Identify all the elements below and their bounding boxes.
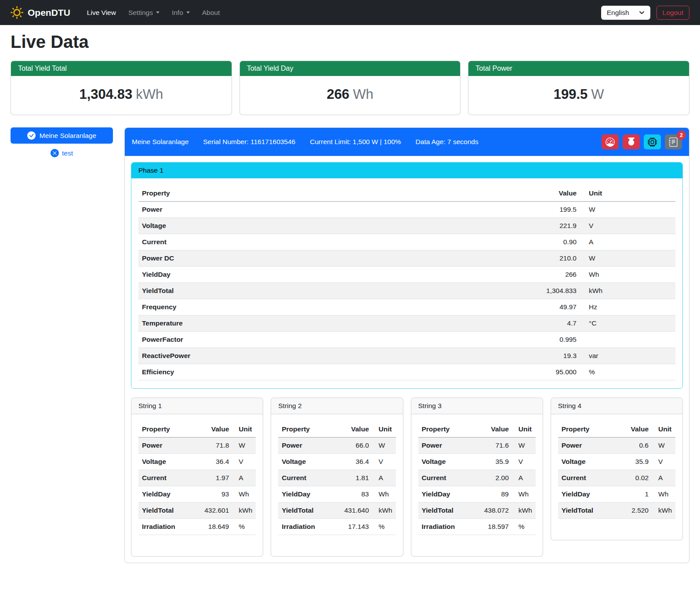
limit-settings-button[interactable] xyxy=(602,134,619,149)
device-info-button[interactable] xyxy=(644,134,661,149)
phase-card-title: Phase 1 xyxy=(131,163,682,178)
nav-item-info[interactable]: Info xyxy=(166,5,196,20)
table-row: Current 1.97 A xyxy=(138,470,256,486)
table-row: YieldDay 1 Wh xyxy=(558,486,675,503)
summary-card-title: Total Yield Total xyxy=(11,61,232,76)
table-row: YieldTotal 1,304.833 kWh xyxy=(138,283,675,299)
caret-down-icon xyxy=(186,11,190,14)
table-row: YieldTotal 438.072 kWh xyxy=(418,503,536,519)
table-row: Power 71.8 W xyxy=(138,438,256,454)
table-row: YieldDay 93 Wh xyxy=(138,486,256,503)
string-2-card: String 2 Property Value Unit xyxy=(271,398,403,557)
sidebar-item-selected-inverter[interactable]: Meine Solaranlage xyxy=(11,127,113,144)
table-row: Irradiation 17.143 % xyxy=(278,519,395,535)
string-card-title: String 2 xyxy=(271,398,403,414)
inverter-actions: 2 xyxy=(602,134,682,149)
brand[interactable]: OpenDTU xyxy=(11,6,70,19)
table-row: PowerFactor 0.995 xyxy=(138,332,675,348)
table-row: YieldTotal 431.640 kWh xyxy=(278,503,395,519)
string-1-card: String 1 Property Value Unit xyxy=(131,398,263,557)
sidebar-item-test-inverter[interactable]: test xyxy=(11,149,113,157)
event-log-button[interactable]: 2 xyxy=(665,134,682,149)
table-row: Temperature 4.7 °C xyxy=(138,315,675,332)
event-count-badge: 2 xyxy=(677,130,686,140)
table-row: Efficiency 95.000 % xyxy=(138,364,675,380)
cpu-icon xyxy=(648,137,657,147)
table-row: Voltage 221.9 V xyxy=(138,218,675,234)
summary-card: Total Power 199.5W xyxy=(468,61,689,115)
language-select[interactable]: English xyxy=(601,6,650,20)
table-row: Current 1.81 A xyxy=(278,470,395,486)
table-header-row: Property Value Unit xyxy=(278,421,395,438)
inverter-serial: Serial Number: 116171603546 xyxy=(203,138,295,146)
summary-card-value: 1,304.83kWh xyxy=(11,76,232,115)
summary-card-value: 199.5W xyxy=(468,76,689,115)
summary-cards-row: Total Yield Total 1,304.83kWh Total Yiel… xyxy=(11,61,689,115)
summary-card-title: Total Power xyxy=(468,61,689,76)
nav-links: Live View Settings Info About xyxy=(81,5,226,20)
inverter-card: Meine Solaranlage Serial Number: 1161716… xyxy=(124,127,689,563)
inverter-limit: Current Limit: 1,500 W | 100% xyxy=(310,138,401,146)
table-row: YieldDay 89 Wh xyxy=(418,486,536,503)
table-row: Voltage 36.4 V xyxy=(278,454,395,470)
string-4-table: Property Value Unit Power xyxy=(558,421,675,519)
string-3-table: Property Value Unit Power xyxy=(418,421,536,535)
string-3-card: String 3 Property Value Unit xyxy=(411,398,543,557)
table-header-row: Property Value Unit xyxy=(138,185,675,202)
x-circle-icon xyxy=(51,149,59,157)
table-row: ReactivePower 19.3 var xyxy=(138,348,675,364)
string-card-title: String 1 xyxy=(131,398,263,414)
top-navbar: OpenDTU Live View Settings Info About En… xyxy=(0,0,700,25)
table-row: Power DC 210.0 W xyxy=(138,250,675,267)
table-row: YieldDay 266 Wh xyxy=(138,267,675,283)
table-row: Power 66.0 W xyxy=(278,438,395,454)
nav-item-settings[interactable]: Settings xyxy=(122,5,166,20)
table-row: YieldDay 83 Wh xyxy=(278,486,395,503)
table-row: Frequency 49.97 Hz xyxy=(138,299,675,315)
inverter-card-header: Meine Solaranlage Serial Number: 1161716… xyxy=(125,128,689,156)
table-header-row: Property Value Unit xyxy=(558,421,675,438)
caret-down-icon xyxy=(156,11,160,14)
table-row: Power 0.6 W xyxy=(558,438,675,454)
journal-text-icon xyxy=(669,137,678,147)
inverter-sidebar: Meine Solaranlage test xyxy=(11,127,113,157)
phase-card: Phase 1 Property Value Unit xyxy=(131,162,683,389)
table-row: YieldTotal 432.601 kWh xyxy=(138,503,256,519)
strings-row: String 1 Property Value Unit xyxy=(131,398,683,557)
phase-table: Property Value Unit Power xyxy=(138,185,675,380)
brand-name: OpenDTU xyxy=(28,7,70,18)
nav-item-about[interactable]: About xyxy=(196,5,226,20)
table-row: Power 199.5 W xyxy=(138,202,675,218)
summary-card-unit: W xyxy=(591,87,604,102)
table-row: Voltage 35.9 V xyxy=(418,454,536,470)
chevron-down-icon xyxy=(639,10,645,15)
string-1-table: Property Value Unit Power xyxy=(138,421,256,535)
summary-card-value: 266Wh xyxy=(240,76,461,115)
sun-icon xyxy=(11,6,23,19)
power-icon xyxy=(627,137,636,147)
check-circle-icon xyxy=(27,131,36,140)
table-row: Voltage 36.4 V xyxy=(138,454,256,470)
table-row: Irradiation 18.597 % xyxy=(418,519,536,535)
table-row: Power 71.6 W xyxy=(418,438,536,454)
table-header-row: Property Value Unit xyxy=(418,421,536,438)
string-card-title: String 3 xyxy=(411,398,543,414)
string-4-card: String 4 Property Value Unit xyxy=(551,398,683,540)
page-title: Live Data xyxy=(11,32,689,52)
summary-card-unit: Wh xyxy=(353,87,374,102)
table-row: Irradiation 18.649 % xyxy=(138,519,256,535)
inverter-name: Meine Solaranlage xyxy=(132,138,189,146)
table-row: Voltage 35.9 V xyxy=(558,454,675,470)
table-row: YieldTotal 2.520 kWh xyxy=(558,503,675,519)
logout-button[interactable]: Logout xyxy=(656,6,689,20)
string-card-title: String 4 xyxy=(551,398,682,414)
summary-card-unit: kWh xyxy=(136,87,163,102)
table-row: Current 0.02 A xyxy=(558,470,675,486)
summary-card: Total Yield Total 1,304.83kWh xyxy=(11,61,232,115)
speedometer-icon xyxy=(606,137,615,147)
table-row: Current 2.00 A xyxy=(418,470,536,486)
table-row: Current 0.90 A xyxy=(138,234,675,250)
string-2-table: Property Value Unit Power xyxy=(278,421,395,535)
power-button[interactable] xyxy=(623,134,640,149)
nav-item-live-view[interactable]: Live View xyxy=(81,5,122,20)
